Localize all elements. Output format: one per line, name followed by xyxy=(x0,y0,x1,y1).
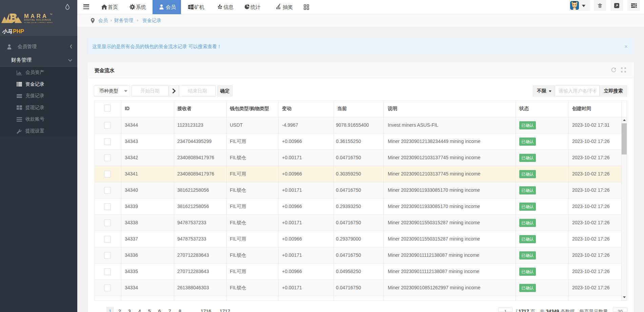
svg-text:DIGITAL HOLDINGS: DIGITAL HOLDINGS xyxy=(24,18,51,21)
svg-text:TM: TM xyxy=(50,13,52,15)
svg-text:GLOBAL DIGITAL CURRENCY MINING: GLOBAL DIGITAL CURRENCY MINING xyxy=(24,22,53,23)
